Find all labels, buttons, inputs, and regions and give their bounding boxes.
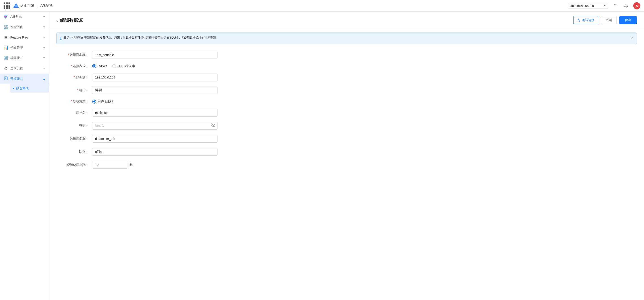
module-name: A/B测试 <box>40 4 52 8</box>
form-row-resource: 资源使用上限： 核 <box>56 161 637 169</box>
sidebar-item-ab-test[interactable]: ⚗️ A/B测试 ▼ <box>0 12 49 22</box>
page-header-actions: 测试连接 取消 保存 <box>573 16 637 24</box>
form-row-password: 密码： <box>56 122 637 130</box>
chevron-down-icon: ▼ <box>43 26 46 29</box>
queue-input[interactable] <box>92 148 218 156</box>
resource-unit: 核 <box>130 163 133 167</box>
port-label: 端口： <box>56 88 92 92</box>
username-input[interactable] <box>92 109 218 117</box>
test-connection-icon <box>577 18 581 22</box>
radio-ip-port[interactable]: Ip/Port <box>92 64 107 68</box>
port-input[interactable] <box>92 87 218 94</box>
sidebar: ⚗️ A/B测试 ▼ 🔄 智能优化 ▼ ⊟ Feature Flag ▼ 📊 <box>0 12 49 300</box>
name-input[interactable] <box>92 51 218 59</box>
resource-row: 核 <box>92 161 218 169</box>
workspace-value: auto1694055020 <box>570 4 594 8</box>
smart-opt-icon: 🔄 <box>4 25 8 30</box>
cancel-button[interactable]: 取消 <box>601 16 617 24</box>
save-button[interactable]: 保存 <box>620 16 637 24</box>
radio-circle-ip-port <box>92 64 96 68</box>
test-connection-button[interactable]: 测试连接 <box>573 16 598 24</box>
topbar: 火山引擎 | A/B测试 auto1694055020 ? A <box>0 0 644 12</box>
queue-label: 队列： <box>56 150 92 154</box>
sidebar-item-smart-opt[interactable]: 🔄 智能优化 ▼ <box>0 22 49 32</box>
form-row-name: 数据源名称： <box>56 51 637 59</box>
alert-message: 建议：供查询的资源配置在4G及以上。原因：当数据集和可视化建模中使用自定义SQL… <box>64 35 219 40</box>
eye-off-icon[interactable] <box>211 123 215 128</box>
connection-radio-group: Ip/Port JDBC字符串 <box>92 64 218 68</box>
db-label: 数据库名称： <box>56 137 92 141</box>
radio-label-auth: 用户名密码 <box>98 100 113 104</box>
queue-control <box>92 148 218 156</box>
info-alert: ℹ 建议：供查询的资源配置在4G及以上。原因：当数据集和可视化建模中使用自定义S… <box>56 33 637 44</box>
password-wrapper <box>92 122 218 130</box>
sidebar-item-global[interactable]: ⚙ 全局设置 ▼ <box>0 63 49 74</box>
sidebar-sub-item-data-warehouse[interactable]: 数仓集成 <box>10 84 49 93</box>
server-control <box>92 74 218 81</box>
layout: ⚗️ A/B测试 ▼ 🔄 智能优化 ▼ ⊟ Feature Flag ▼ 📊 <box>0 12 644 300</box>
radio-label-ip-port: Ip/Port <box>98 64 107 68</box>
sidebar-label-open: 开放能力 <box>10 77 23 81</box>
open-icon <box>4 76 8 81</box>
form-row-queue: 队列： <box>56 148 637 156</box>
sidebar-label-smart-opt: 智能优化 <box>10 25 23 29</box>
topbar-divider: | <box>37 3 38 8</box>
test-connection-label: 测试连接 <box>582 18 594 22</box>
page-title: 编辑数据源 <box>60 17 82 23</box>
metrics-icon: 📊 <box>4 45 8 50</box>
page-header: ‹ 编辑数据源 测试连接 取消 保存 <box>49 12 644 28</box>
global-icon: ⚙ <box>4 66 8 71</box>
name-control <box>92 51 218 59</box>
main-content: ‹ 编辑数据源 测试连接 取消 保存 ℹ 建议：供查询的资源配置在4G及以上。原… <box>49 12 644 300</box>
chevron-down-icon: ▼ <box>43 15 46 18</box>
auth-label: 鉴权方式： <box>56 100 92 104</box>
alert-close-button[interactable]: ✕ <box>630 35 633 41</box>
name-label: 数据源名称： <box>56 53 92 57</box>
sidebar-item-feature-flag[interactable]: ⊟ Feature Flag ▼ <box>0 32 49 43</box>
app-name: 火山引擎 <box>20 4 34 8</box>
connection-control: Ip/Port JDBC字符串 <box>92 64 218 68</box>
sidebar-item-open[interactable]: 开放能力 ▲ <box>0 74 49 84</box>
form-row-server: 服务器： <box>56 74 637 81</box>
notification-icon[interactable] <box>622 2 630 10</box>
connection-label: 连接方式： <box>56 64 92 68</box>
sidebar-item-scene[interactable]: ⚙️ 场景能力 ▼ <box>0 53 49 63</box>
server-input[interactable] <box>92 74 218 81</box>
form-row-connection: 连接方式： Ip/Port JDBC字符串 <box>56 64 637 68</box>
radio-username-password[interactable]: 用户名密码 <box>92 100 113 104</box>
radio-circle-jdbc <box>112 64 116 68</box>
radio-label-jdbc: JDBC字符串 <box>118 64 135 68</box>
chevron-down-icon: ▼ <box>43 57 46 60</box>
sidebar-label-feature-flag: Feature Flag <box>10 36 28 39</box>
info-icon: ℹ <box>60 36 62 42</box>
back-arrow-icon: ‹ <box>56 18 58 23</box>
db-input[interactable] <box>92 135 218 142</box>
chevron-down-icon: ▼ <box>43 46 46 49</box>
username-control <box>92 109 218 117</box>
feature-flag-icon: ⊟ <box>4 35 8 40</box>
port-control <box>92 87 218 94</box>
avatar[interactable]: A <box>633 2 640 10</box>
password-label: 密码： <box>56 124 92 128</box>
back-button[interactable]: ‹ <box>56 18 58 23</box>
form-row-db: 数据库名称： <box>56 135 637 142</box>
server-label: 服务器： <box>56 75 92 79</box>
form-row-auth: 鉴权方式： 用户名密码 <box>56 100 637 104</box>
resource-input[interactable] <box>92 161 128 169</box>
db-control <box>92 135 218 142</box>
auth-control: 用户名密码 <box>92 100 218 104</box>
topbar-right: auto1694055020 ? A <box>568 2 640 10</box>
grid-menu-icon[interactable] <box>4 3 10 9</box>
password-input[interactable] <box>92 122 218 130</box>
ab-test-icon: ⚗️ <box>4 14 8 19</box>
sidebar-sub-open: 数仓集成 <box>0 84 49 93</box>
workspace-selector[interactable]: auto1694055020 <box>568 3 608 9</box>
username-label: 用户名： <box>56 111 92 115</box>
sidebar-label-metrics: 指标管理 <box>10 46 23 50</box>
radio-jdbc[interactable]: JDBC字符串 <box>112 64 135 68</box>
help-icon[interactable]: ? <box>612 2 619 10</box>
radio-circle-auth <box>92 100 96 104</box>
sidebar-sub-label-data-warehouse: 数仓集成 <box>16 86 29 90</box>
auth-radio-group: 用户名密码 <box>92 100 218 104</box>
sidebar-item-metrics[interactable]: 📊 指标管理 ▼ <box>0 43 49 53</box>
